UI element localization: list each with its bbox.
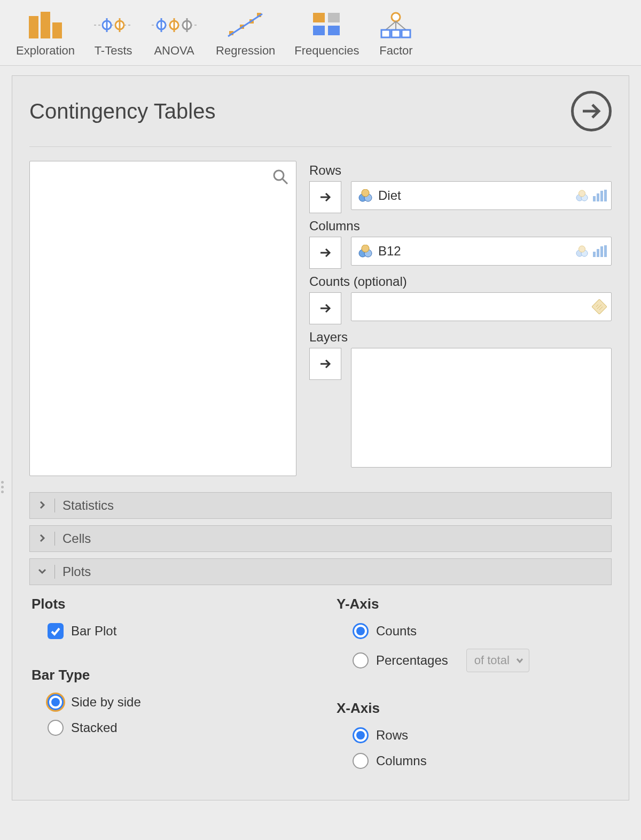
layers-dropzone[interactable]	[351, 348, 612, 468]
svg-rect-28	[381, 30, 390, 37]
svg-rect-1	[41, 12, 50, 38]
xaxis-cols-label: Columns	[376, 753, 427, 768]
variable-source-list[interactable]	[29, 161, 296, 476]
barplot-label: Bar Plot	[71, 624, 116, 639]
columns-label: Columns	[309, 219, 612, 234]
anova-icon	[152, 11, 197, 40]
chevron-down-icon	[516, 657, 523, 664]
svg-rect-20	[313, 13, 325, 22]
svg-rect-43	[600, 191, 603, 201]
hide-options-button[interactable]	[571, 91, 612, 131]
svg-rect-54	[600, 246, 603, 257]
chevron-down-icon	[37, 564, 47, 579]
regression-icon	[216, 11, 275, 40]
barplot-checkbox[interactable]	[48, 623, 64, 639]
bartype-side-radio[interactable]	[48, 694, 64, 710]
svg-point-48	[362, 245, 369, 252]
continuous-type-icon	[592, 299, 607, 314]
yaxis-counts-label: Counts	[376, 624, 417, 639]
svg-rect-41	[593, 196, 596, 201]
svg-line-27	[396, 21, 406, 30]
analysis-toolbar: Exploration T-Tests ANOVA Regression Fre…	[0, 0, 641, 66]
rows-variable: Diet	[378, 188, 401, 203]
svg-rect-23	[328, 26, 340, 35]
columns-dropzone[interactable]: B12	[351, 237, 612, 266]
nominal-type-icon	[358, 245, 373, 258]
plots-group-title: Plots	[32, 596, 304, 612]
toolbar-label: Frequencies	[294, 44, 359, 58]
ttests-icon	[94, 11, 132, 40]
svg-rect-29	[392, 30, 400, 37]
assign-layers-button[interactable]	[309, 348, 341, 380]
svg-line-25	[386, 21, 396, 30]
rows-dropzone[interactable]: Diet	[351, 181, 612, 210]
arrow-right-icon	[581, 100, 602, 122]
counts-label: Counts (optional)	[309, 274, 612, 289]
xaxis-group-title: X-Axis	[337, 700, 609, 717]
toolbar-exploration[interactable]: Exploration	[16, 11, 75, 58]
svg-rect-42	[597, 193, 599, 201]
toolbar-factor[interactable]: Factor	[378, 11, 413, 58]
xaxis-rows-label: Rows	[376, 728, 408, 743]
frequencies-icon	[294, 11, 359, 40]
svg-rect-44	[604, 190, 607, 201]
toolbar-label: ANOVA	[152, 44, 197, 58]
yaxis-percent-radio[interactable]	[353, 652, 369, 668]
bartype-group-title: Bar Type	[32, 667, 304, 683]
svg-line-19	[228, 14, 262, 36]
svg-point-37	[362, 189, 369, 197]
accordion-cells[interactable]: Cells	[29, 525, 612, 552]
factor-icon	[378, 11, 413, 40]
bar-chart-icon	[16, 11, 75, 40]
svg-point-32	[274, 170, 284, 180]
chevron-right-icon	[37, 498, 47, 513]
svg-rect-2	[52, 22, 62, 38]
accordion-statistics[interactable]: Statistics	[29, 492, 612, 519]
toolbar-anova[interactable]: ANOVA	[152, 11, 197, 58]
chevron-right-icon	[37, 531, 47, 546]
toolbar-label: Exploration	[16, 44, 75, 58]
assign-columns-button[interactable]	[309, 237, 341, 269]
columns-variable: B12	[378, 244, 401, 259]
search-icon[interactable]	[272, 169, 288, 188]
xaxis-rows-radio[interactable]	[353, 727, 369, 743]
yaxis-percent-label: Percentages	[376, 653, 448, 668]
percent-of-value: of total	[474, 654, 510, 667]
svg-rect-21	[328, 13, 340, 22]
bartype-side-label: Side by side	[71, 695, 141, 710]
svg-rect-55	[604, 245, 607, 257]
toolbar-ttests[interactable]: T-Tests	[94, 11, 132, 58]
toolbar-label: Regression	[216, 44, 275, 58]
svg-point-40	[579, 190, 585, 197]
nominal-type-icon	[358, 189, 373, 202]
assign-rows-button[interactable]	[309, 181, 341, 213]
panel-title: Contingency Tables	[29, 99, 215, 123]
type-indicator-icon	[575, 245, 607, 257]
toolbar-label: T-Tests	[94, 44, 132, 58]
svg-rect-53	[597, 249, 599, 257]
layers-label: Layers	[309, 330, 612, 345]
accordion-label: Statistics	[62, 498, 114, 513]
svg-rect-30	[402, 30, 410, 37]
svg-rect-52	[593, 252, 596, 257]
svg-point-51	[579, 246, 585, 252]
yaxis-counts-radio[interactable]	[353, 623, 369, 639]
accordion-label: Plots	[62, 564, 91, 579]
counts-dropzone[interactable]	[351, 292, 612, 321]
xaxis-cols-radio[interactable]	[353, 753, 369, 769]
resize-handle-icon[interactable]	[1, 481, 4, 493]
bartype-stacked-label: Stacked	[71, 720, 118, 735]
toolbar-frequencies[interactable]: Frequencies	[294, 11, 359, 58]
accordion-plots[interactable]: Plots	[29, 558, 612, 585]
type-indicator-icon	[575, 190, 607, 201]
assign-counts-button[interactable]	[309, 292, 341, 324]
svg-rect-22	[313, 26, 325, 35]
accordion-label: Cells	[62, 531, 91, 546]
analysis-panel: Contingency Tables Rows	[12, 75, 629, 800]
rows-label: Rows	[309, 163, 612, 178]
percent-of-select: of total	[466, 649, 529, 672]
svg-point-24	[392, 13, 400, 21]
toolbar-regression[interactable]: Regression	[216, 11, 275, 58]
toolbar-label: Factor	[378, 44, 413, 58]
bartype-stacked-radio[interactable]	[48, 720, 64, 736]
